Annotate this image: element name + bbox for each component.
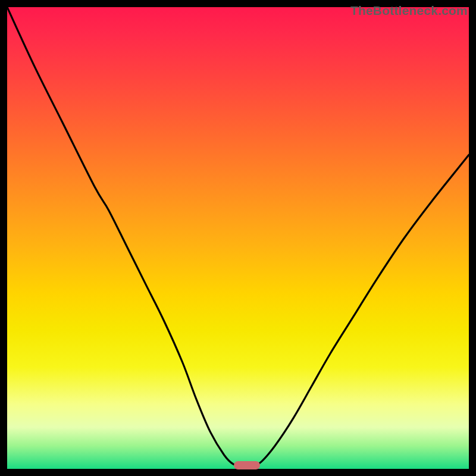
optimum-marker [234,461,260,469]
watermark-text: TheBottleneck.com [350,4,468,18]
gradient-background [7,7,469,469]
chart-canvas: TheBottleneck.com [0,0,476,476]
